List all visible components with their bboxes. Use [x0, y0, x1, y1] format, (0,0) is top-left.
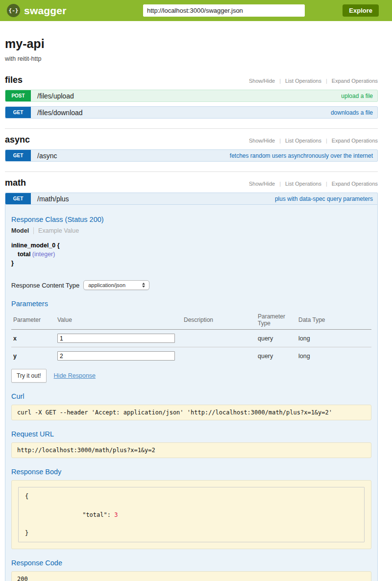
- show-hide-link[interactable]: Show/Hide: [249, 181, 275, 187]
- model-tabs: Model Example Value: [11, 227, 371, 234]
- response-code-heading: Response Code: [11, 559, 371, 567]
- parameter-description: [182, 330, 256, 347]
- response-code-block: 200: [11, 571, 371, 581]
- json-key: "total":: [82, 511, 114, 518]
- request-url-block: http://localhost:3000/math/plus?x=1&y=2: [11, 442, 371, 458]
- endpoint-summary[interactable]: fetches random users asynchronously over…: [230, 150, 377, 161]
- try-it-out-button[interactable]: Try it out!: [11, 369, 47, 383]
- endpoint-summary[interactable]: upload a file: [341, 90, 377, 101]
- json-brace-close: }: [25, 529, 358, 538]
- divider: |: [279, 138, 281, 144]
- response-body-heading: Response Body: [11, 468, 371, 476]
- resource-controls: Show/Hide | List Operations | Expand Ope…: [249, 138, 378, 144]
- swagger-logo[interactable]: {-} swagger: [7, 4, 67, 17]
- parameter-row-y: y query long: [11, 347, 371, 365]
- endpoint-path[interactable]: /files/upload: [31, 90, 74, 101]
- resource-section-math: math Show/Hide | List Operations | Expan…: [5, 171, 378, 581]
- parameter-type: query: [256, 347, 296, 365]
- resource-controls: Show/Hide | List Operations | Expand Ope…: [249, 181, 378, 187]
- endpoint-row-post-files-upload[interactable]: POST /files/upload upload a file: [5, 90, 378, 102]
- list-operations-link[interactable]: List Operations: [285, 78, 321, 84]
- selected-content-type: application/json: [88, 282, 125, 288]
- endpoint-row-get-files-download[interactable]: GET /files/download downloads a file: [5, 106, 378, 119]
- column-header-parameter-type: Parameter Type: [256, 311, 296, 330]
- method-badge-get: GET: [5, 107, 31, 118]
- parameter-data-type: long: [296, 347, 371, 365]
- api-title: my-api: [5, 37, 378, 51]
- request-url-heading: Request URL: [11, 430, 371, 438]
- hide-response-link[interactable]: Hide Response: [54, 372, 96, 379]
- main-content: my-api with reitit-http files Show/Hide …: [0, 37, 392, 581]
- top-navbar: {-} swagger Explore: [0, 0, 392, 21]
- endpoint-path[interactable]: /async: [31, 150, 57, 161]
- parameters-heading: Parameters: [11, 300, 371, 308]
- curl-command-block: curl -X GET --header 'Accept: applicatio…: [11, 405, 371, 420]
- column-header-parameter: Parameter: [11, 311, 55, 330]
- tab-example-value[interactable]: Example Value: [33, 227, 79, 234]
- tab-model[interactable]: Model: [11, 227, 33, 234]
- method-badge-post: POST: [5, 90, 31, 101]
- json-value: 3: [114, 511, 118, 518]
- model-type-close: }: [11, 259, 371, 267]
- parameter-data-type: long: [296, 330, 371, 347]
- column-header-description: Description: [182, 311, 256, 330]
- resource-section-files: files Show/Hide | List Operations | Expa…: [5, 75, 378, 119]
- endpoint-row-get-async[interactable]: GET /async fetches random users asynchro…: [5, 149, 378, 162]
- model-type-open: inline_model_0 {: [11, 241, 371, 250]
- operation-panel-get-math-plus: GET /math/plus plus with data-spec query…: [5, 193, 378, 581]
- json-brace-open: {: [25, 492, 358, 501]
- resource-name-math[interactable]: math: [5, 178, 26, 188]
- divider: |: [326, 138, 327, 144]
- parameter-name: x: [11, 330, 55, 347]
- endpoint-row-get-math-plus[interactable]: GET /math/plus plus with data-spec query…: [5, 193, 378, 205]
- show-hide-link[interactable]: Show/Hide: [249, 78, 275, 84]
- parameter-x-input[interactable]: [57, 334, 175, 343]
- model-property-name: total: [18, 251, 30, 258]
- expand-operations-link[interactable]: Expand Operations: [332, 181, 378, 187]
- select-updown-icon: [142, 283, 145, 288]
- parameters-table: Parameter Value Description Parameter Ty…: [11, 311, 371, 364]
- response-content-type-select[interactable]: application/json: [83, 280, 149, 290]
- response-content-type-label: Response Content Type: [11, 282, 79, 289]
- api-info: my-api with reitit-http: [5, 37, 378, 62]
- api-subtitle: with reitit-http: [5, 55, 378, 62]
- swagger-logo-text: swagger: [24, 5, 67, 17]
- method-badge-get: GET: [5, 193, 31, 204]
- parameter-name: y: [11, 347, 55, 365]
- parameter-row-x: x query long: [11, 330, 371, 347]
- list-operations-link[interactable]: List Operations: [285, 181, 321, 187]
- divider: |: [279, 78, 281, 84]
- divider: |: [279, 181, 281, 187]
- operation-content: Response Class (Status 200) Model Exampl…: [5, 205, 377, 581]
- column-header-value: Value: [55, 311, 182, 330]
- resource-controls: Show/Hide | List Operations | Expand Ope…: [249, 78, 378, 84]
- resource-name-files[interactable]: files: [5, 75, 23, 85]
- resource-section-async: async Show/Hide | List Operations | Expa…: [5, 128, 378, 162]
- swagger-logo-icon: {-}: [7, 4, 20, 17]
- endpoint-path[interactable]: /math/plus: [31, 193, 69, 204]
- endpoint-summary[interactable]: downloads a file: [331, 107, 377, 118]
- response-body-block: { "total": 3 }: [11, 480, 371, 549]
- explore-button[interactable]: Explore: [343, 4, 379, 17]
- swagger-url-input[interactable]: [143, 4, 305, 17]
- list-operations-link[interactable]: List Operations: [285, 138, 321, 144]
- column-header-data-type: Data Type: [296, 311, 371, 330]
- parameter-type: query: [256, 330, 296, 347]
- divider: |: [326, 78, 327, 84]
- parameter-y-input[interactable]: [57, 351, 175, 361]
- endpoint-path[interactable]: /files/download: [31, 107, 83, 118]
- parameter-description: [182, 347, 256, 365]
- endpoint-summary[interactable]: plus with data-spec query parameters: [275, 193, 377, 204]
- method-badge-get: GET: [5, 150, 31, 161]
- response-class-heading: Response Class (Status 200): [11, 216, 371, 223]
- model-signature: inline_model_0 { total (integer) }: [11, 241, 371, 267]
- expand-operations-link[interactable]: Expand Operations: [332, 138, 378, 144]
- show-hide-link[interactable]: Show/Hide: [249, 138, 275, 144]
- model-property-type: (integer): [30, 251, 55, 258]
- curl-heading: Curl: [11, 392, 371, 400]
- expand-operations-link[interactable]: Expand Operations: [332, 78, 378, 84]
- divider: |: [326, 181, 327, 187]
- resource-name-async[interactable]: async: [5, 135, 30, 145]
